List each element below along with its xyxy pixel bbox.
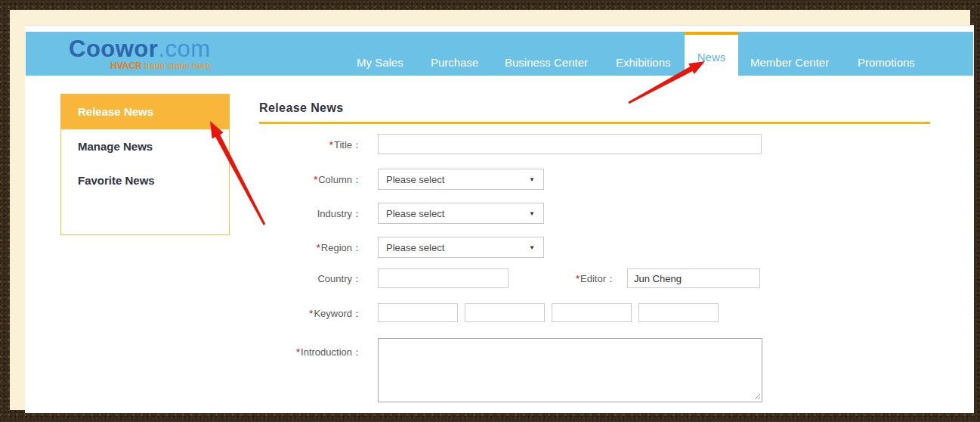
logo-coowor: Coowor: [69, 36, 158, 62]
page: Coowor.com HVACR trade starts here. My S…: [25, 25, 974, 413]
tagline-rest: trade starts here.: [142, 61, 213, 71]
top-navigation-bar: Coowor.com HVACR trade starts here. My S…: [26, 32, 973, 76]
region-label: *Region：: [233, 241, 362, 255]
nav-item-my-sales[interactable]: My Sales: [357, 57, 403, 69]
introduction-textarea-wrap: [378, 338, 762, 402]
keyword-label: *Keyword：: [233, 307, 362, 321]
chevron-down-icon: ▼: [529, 244, 535, 251]
title-label: *Title：: [233, 138, 362, 152]
required-asterisk: *: [317, 242, 320, 253]
introduction-label: *Introduction：: [233, 346, 362, 359]
nav-item-exhibitions[interactable]: Exhibitions: [616, 57, 671, 69]
editor-label: *Editor：: [495, 272, 616, 286]
logo-text: Coowor.com: [69, 36, 213, 61]
introduction-textarea[interactable]: [378, 338, 762, 402]
column-select-value: Please select: [386, 174, 444, 185]
page-frame: Coowor.com HVACR trade starts here. My S…: [10, 10, 970, 410]
page-title: Release News: [259, 101, 344, 115]
required-asterisk: *: [309, 308, 313, 319]
sidebar-item-release-news[interactable]: Release News: [60, 94, 230, 129]
keyword-input-3[interactable]: [552, 303, 632, 322]
required-asterisk: *: [329, 139, 333, 150]
country-label: Country：: [233, 272, 362, 286]
sidebar-item-favorite-news[interactable]: Favorite News: [61, 163, 229, 197]
region-select-value: Please select: [386, 242, 444, 253]
logo-tagline: HVACR trade starts here.: [110, 61, 213, 70]
title-underline: [259, 122, 930, 124]
industry-select[interactable]: Please select ▼: [378, 203, 544, 224]
nav-item-news-active-tab[interactable]: News: [685, 32, 738, 76]
nav-item-member-center[interactable]: Member Center: [750, 57, 829, 69]
nav-item-purchase[interactable]: Purchase: [431, 57, 478, 69]
required-asterisk: *: [576, 273, 580, 284]
keyword-input-1[interactable]: [378, 303, 458, 322]
chevron-down-icon: ▼: [529, 210, 535, 217]
column-label: *Column：: [233, 173, 362, 187]
required-asterisk: *: [314, 174, 317, 185]
industry-select-value: Please select: [386, 208, 444, 219]
industry-label: Industry：: [233, 207, 362, 221]
keyword-input-2[interactable]: [465, 303, 545, 322]
nav-news-label: News: [697, 51, 726, 64]
resize-handle-icon[interactable]: [753, 393, 761, 400]
sidebar-item-manage-news[interactable]: Manage News: [61, 129, 229, 163]
region-select[interactable]: Please select ▼: [378, 237, 544, 258]
editor-input[interactable]: [627, 268, 760, 288]
logo[interactable]: Coowor.com HVACR trade starts here.: [69, 36, 213, 70]
column-select[interactable]: Please select ▼: [378, 169, 544, 190]
nav-item-promotions[interactable]: Promotions: [858, 57, 915, 69]
keyword-input-4[interactable]: [638, 303, 719, 322]
sidebar-menu: Release News Manage News Favorite News: [60, 94, 230, 235]
title-input[interactable]: [378, 134, 762, 154]
country-input[interactable]: [378, 268, 509, 288]
tagline-hvacr: HVACR: [110, 61, 142, 71]
chevron-down-icon: ▼: [529, 176, 535, 183]
nav-item-business-center[interactable]: Business Center: [505, 57, 588, 69]
required-asterisk: *: [296, 346, 300, 358]
logo-dotcom: .com: [158, 36, 210, 62]
